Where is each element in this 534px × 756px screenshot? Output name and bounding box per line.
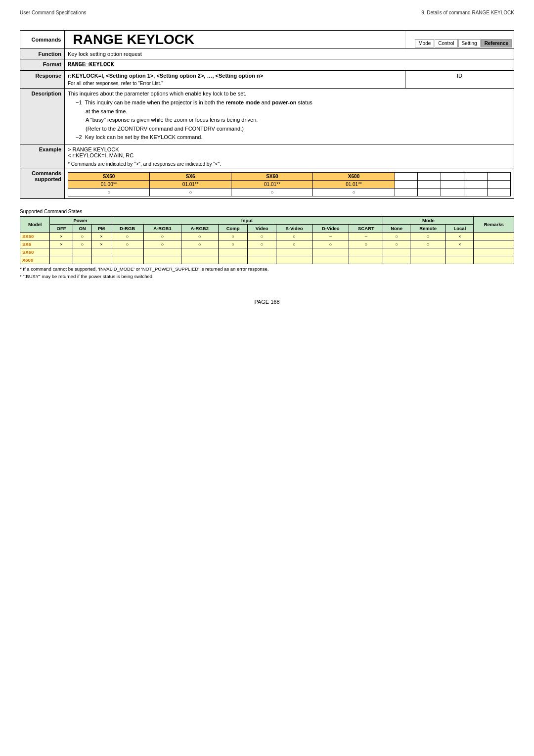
empty1 — [395, 172, 418, 180]
supported-row: Commands supported SX50 SX6 SX60 X600 01… — [20, 169, 514, 198]
bt-sx50-off: × — [50, 232, 73, 240]
bt-sx50-remarks — [474, 232, 514, 240]
example-row: Example > RANGE KEYLOCK < r:KEYLOCK=I, M… — [20, 144, 514, 169]
bt-sx6-argb1: ○ — [144, 240, 181, 248]
bt-sx6-svideo: ○ — [276, 240, 312, 248]
supported-header-row: SX50 SX6 SX60 X600 — [68, 172, 511, 180]
empty9 — [464, 180, 488, 188]
bt-sx60-local — [446, 248, 474, 256]
supported-circle-row: ○ ○ ○ ○ — [68, 188, 511, 196]
bt-sx6-off: × — [50, 240, 73, 248]
bt-x600-video — [248, 256, 276, 264]
bt-sx6-on: ○ — [73, 240, 92, 248]
bt-argb1-header: A-RGB1 — [144, 224, 181, 232]
bt-header-row1: Model Power Input Mode Remarks — [20, 216, 514, 224]
bt-sx50-pm: × — [92, 232, 111, 240]
x600-header: X600 — [313, 172, 395, 180]
bt-x600-argb1 — [144, 256, 181, 264]
bt-sx6-remote: ○ — [410, 240, 446, 248]
example-label: Example — [20, 144, 65, 169]
bt-x600-none — [383, 256, 410, 264]
bt-sx60-video — [248, 248, 276, 256]
empty14 — [464, 188, 488, 196]
bt-sx60-svideo — [276, 248, 312, 256]
empty3 — [441, 172, 464, 180]
bt-sx60-on — [73, 248, 92, 256]
bt-x600-row: X600 — [20, 256, 514, 264]
bt-x600-svideo — [276, 256, 312, 264]
bt-remote-header: Remote — [410, 224, 446, 232]
bt-header-row2: OFF ON PM D-RGB A-RGB1 A-RGB2 Comp Video… — [20, 224, 514, 232]
response-label: Response — [20, 71, 65, 89]
empty10 — [488, 180, 511, 188]
bt-x600-off — [50, 256, 73, 264]
bt-sx6-none: ○ — [383, 240, 410, 248]
supported-table: SX50 SX6 SX60 X600 01.00** 01.01** 01.01… — [68, 172, 511, 196]
bt-sx60-row: SX60 — [20, 248, 514, 256]
header-right: 9. Details of command RANGE KEYLOCK — [421, 10, 514, 15]
bt-comp-header: Comp — [218, 224, 248, 232]
function-label: Function — [20, 49, 65, 59]
bt-video-header: Video — [248, 224, 276, 232]
supported-content: SX50 SX6 SX60 X600 01.00** 01.01** 01.01… — [65, 169, 514, 198]
bt-sx60-argb2 — [181, 248, 218, 256]
page-footer: PAGE 168 — [20, 299, 514, 305]
bt-sx50-drgb: ○ — [111, 232, 144, 240]
bt-sx60-off — [50, 248, 73, 256]
main-command-table: Commands RANGE KEYLOCK Mode Control Sett… — [20, 30, 514, 199]
page-header: User Command Specifications 9. Details o… — [20, 10, 514, 15]
bt-remarks-header: Remarks — [474, 216, 514, 232]
bt-sx60-remarks — [474, 248, 514, 256]
function-row: Function Key lock setting option request — [20, 49, 514, 59]
empty13 — [441, 188, 464, 196]
tab-control[interactable]: Control — [435, 39, 457, 47]
bt-sx50-remote: ○ — [410, 232, 446, 240]
description-row: Description This inquires about the para… — [20, 89, 514, 144]
sx6-header: SX6 — [150, 172, 231, 180]
empty5 — [488, 172, 511, 180]
bt-x600-drgb — [111, 256, 144, 264]
supported-states-section: Supported Command States Model Power Inp… — [20, 209, 514, 279]
bt-svideo-header: S-Video — [276, 224, 312, 232]
bt-x600-pm — [92, 256, 111, 264]
response-row: Response r:KEYLOCK=I, <Setting option 1>… — [20, 71, 514, 89]
command-title-cell: RANGE KEYLOCK — [65, 31, 405, 49]
tab-mode[interactable]: Mode — [415, 39, 434, 47]
format-row: Format RANGE□KEYLOCK — [20, 59, 514, 71]
bt-sx60-argb1 — [144, 248, 181, 256]
bt-sx6-comp: ○ — [218, 240, 248, 248]
footnote1: * If a command cannot be supported, 'INV… — [20, 266, 514, 272]
bt-sx50-none: ○ — [383, 232, 410, 240]
tab-setting[interactable]: Setting — [458, 39, 481, 47]
supported-version-row: 01.00** 01.01** 01.01** 01.01** — [68, 180, 511, 188]
commands-label: Commands — [20, 31, 65, 49]
response-content: r:KEYLOCK=I, <Setting option 1>, <Settin… — [65, 71, 405, 89]
description-notes: −1 This inquiry can be made when the pro… — [76, 98, 511, 142]
sx60-version: 01.01** — [231, 180, 313, 188]
bt-sx50-video: ○ — [248, 232, 276, 240]
bt-sx6-scart: ○ — [349, 240, 383, 248]
bt-dvideo-header: D-Video — [312, 224, 349, 232]
format-content: RANGE□KEYLOCK — [65, 59, 514, 71]
bt-sx6-dvideo: ○ — [312, 240, 349, 248]
bt-sx6-remarks — [474, 240, 514, 248]
bt-x600-remote — [410, 256, 446, 264]
sx50-circle: ○ — [68, 188, 150, 196]
tab-reference[interactable]: Reference — [481, 39, 512, 47]
bt-sx6-local: × — [446, 240, 474, 248]
bt-sx6-model: SX6 — [20, 240, 50, 248]
commands-supported-line1: Commands — [23, 170, 61, 176]
empty6 — [395, 180, 418, 188]
footnote2: * ":BUSY" may be returned if the power s… — [20, 274, 514, 279]
bt-local-header: Local — [446, 224, 474, 232]
commands-supported-line2: supported — [23, 176, 61, 182]
bt-sx50-local: × — [446, 232, 474, 240]
bt-power-header: Power — [50, 216, 111, 224]
bt-sx60-remote — [410, 248, 446, 256]
bt-input-header: Input — [111, 216, 383, 224]
bt-argb2-header: A-RGB2 — [181, 224, 218, 232]
supported-label-cell: Commands supported — [20, 169, 65, 198]
bt-sx60-comp — [218, 248, 248, 256]
bt-sx50-comp: ○ — [218, 232, 248, 240]
format-text: RANGE□KEYLOCK — [68, 61, 114, 68]
